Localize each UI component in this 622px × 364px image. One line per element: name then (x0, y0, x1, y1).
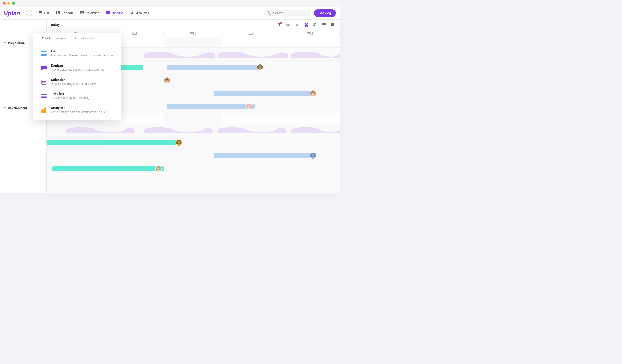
view-option-calender[interactable]: Calender Detailed planning in a calendar… (35, 75, 119, 89)
bar-teal-dev-1[interactable] (47, 140, 181, 145)
bar-blue-3[interactable] (167, 104, 255, 109)
svg-rect-24 (322, 26, 326, 26)
eye-icon[interactable] (285, 21, 292, 28)
list-nav-icon (39, 11, 42, 15)
window-chrome (0, 0, 340, 6)
timeline-view-icon (40, 92, 48, 100)
avatar-dev-2 (310, 153, 316, 159)
gantt-dev-row-3 (47, 149, 340, 162)
tab-calender-label: Calender (85, 11, 99, 15)
close-icon[interactable] (294, 21, 300, 28)
view-option-kanban[interactable]: Kanban Process planning based on status … (35, 61, 119, 75)
tab-timeline[interactable]: Timeline (103, 9, 126, 17)
bar-teal-dev-3[interactable] (53, 166, 164, 172)
view-option-analytics[interactable]: Analytics Learn from the past and antici… (35, 103, 119, 117)
logo-text: vplan (4, 9, 20, 17)
stack-icon[interactable] (329, 21, 336, 28)
bar-blue-1[interactable] (167, 65, 260, 70)
backlog-button[interactable]: Backlog (314, 9, 336, 17)
bar-blue-2[interactable] (214, 91, 316, 96)
development-label: Development (8, 106, 27, 110)
svg-rect-14 (133, 12, 133, 14)
svg-rect-56 (41, 80, 46, 84)
svg-point-48 (156, 170, 160, 172)
svg-rect-52 (41, 56, 47, 56)
list-option-desc: Plan, sort and filter your work in rows … (51, 54, 113, 57)
today-label: Today (50, 23, 60, 27)
timeline-option-desc: Bar view for long term planning (51, 96, 89, 100)
search-input[interactable] (273, 11, 308, 15)
kanban-view-icon (40, 64, 48, 72)
fullscreen-button[interactable] (254, 9, 262, 17)
puzzle-icon[interactable] (303, 21, 309, 28)
logo[interactable]: vplan (4, 9, 20, 17)
svg-rect-12 (106, 13, 110, 14)
calender-option-title: Calender (51, 78, 96, 82)
maximize-dot[interactable] (12, 2, 15, 5)
tab-list[interactable]: List (36, 9, 52, 17)
svg-rect-68 (45, 108, 46, 113)
svg-rect-5 (59, 11, 60, 14)
navbar-right: 🔍 Backlog (254, 9, 336, 17)
tab-calender[interactable]: Calender (78, 9, 101, 17)
svg-point-30 (258, 68, 262, 70)
gantt-dev-row-4 (47, 162, 340, 175)
create-view-tab[interactable]: Create new view (38, 33, 70, 43)
timeline-nav-icon (106, 11, 110, 15)
close-dot[interactable] (3, 2, 6, 5)
calender-option-desc: Detailed planning in a calendar view (51, 82, 96, 86)
tab-analytics[interactable]: Analytics (128, 9, 152, 17)
svg-rect-54 (43, 66, 45, 69)
tab-kanban-label: Kanban (61, 11, 73, 15)
svg-rect-62 (41, 94, 47, 95)
navbar: vplan + List Kanban (0, 6, 340, 19)
svg-rect-63 (41, 96, 47, 96)
week-w14: W14 (222, 30, 281, 37)
svg-point-29 (259, 66, 261, 68)
svg-rect-55 (45, 66, 47, 69)
tab-list-label: List (44, 11, 49, 15)
tab-kanban[interactable]: Kanban (54, 9, 76, 17)
svg-rect-11 (106, 12, 110, 13)
svg-point-21 (315, 23, 316, 24)
svg-rect-60 (42, 82, 43, 83)
svg-rect-49 (41, 51, 47, 52)
svg-rect-25 (331, 23, 334, 24)
toolbar-icons (276, 21, 336, 28)
tab-timeline-label: Timeline (111, 11, 123, 15)
view-option-list[interactable]: List Plan, sort and filter your work in … (35, 47, 119, 60)
bar-blue-dev-2[interactable] (214, 153, 316, 158)
analytics-option-title: Analytics (51, 106, 106, 110)
svg-rect-66 (42, 109, 44, 113)
kanban-option-desc: Process planning based on status columns (51, 68, 104, 72)
avatar-dev-1 (175, 139, 182, 146)
svg-rect-13 (131, 13, 132, 14)
week-w13: W13 (164, 30, 222, 37)
svg-rect-65 (41, 110, 42, 113)
people-icon[interactable] (311, 21, 318, 28)
svg-point-17 (288, 24, 289, 25)
svg-rect-15 (134, 11, 134, 14)
svg-rect-50 (41, 53, 47, 53)
svg-rect-23 (322, 24, 326, 25)
search-box[interactable]: 🔍 (264, 10, 311, 16)
minimize-dot[interactable] (7, 2, 10, 5)
avatar-3 (310, 90, 316, 96)
svg-point-41 (178, 141, 180, 143)
add-button[interactable]: + (26, 10, 32, 16)
list-icon[interactable] (320, 21, 327, 28)
svg-rect-67 (44, 108, 45, 113)
shared-views-tab[interactable]: Shared views (70, 33, 97, 43)
create-view-dropdown: Create new view Shared views (33, 33, 121, 120)
filter-icon[interactable] (276, 21, 283, 28)
svg-rect-53 (41, 66, 43, 70)
svg-point-44 (312, 154, 314, 156)
svg-rect-64 (41, 97, 47, 98)
development-arrow-icon: ▼ (4, 107, 6, 109)
svg-point-39 (247, 107, 251, 109)
content: ▼ Preparation ▼ Development Today (0, 19, 340, 193)
avatar-dev-3 (155, 166, 162, 172)
svg-point-32 (166, 78, 168, 81)
list-view-icon (40, 50, 48, 57)
view-option-timeline[interactable]: Timeline Bar view for long term planning (35, 89, 119, 103)
